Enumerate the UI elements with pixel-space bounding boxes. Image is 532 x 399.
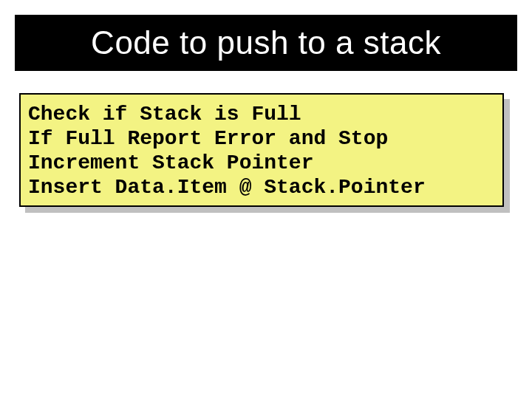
code-line-2: If Full Report Error and Stop — [28, 127, 388, 150]
code-line-3: Increment Stack Pointer — [28, 151, 313, 174]
code-line-4: Insert Data.Item @ Stack.Pointer — [28, 176, 426, 199]
slide-title: Code to push to a stack — [91, 24, 441, 61]
code-block: Check if Stack is Full If Full Report Er… — [19, 93, 504, 207]
code-container: Check if Stack is Full If Full Report Er… — [19, 93, 504, 207]
slide: Code to push to a stack Check if Stack i… — [0, 0, 532, 399]
code-line-1: Check if Stack is Full — [28, 103, 301, 126]
title-bar: Code to push to a stack — [15, 15, 517, 71]
